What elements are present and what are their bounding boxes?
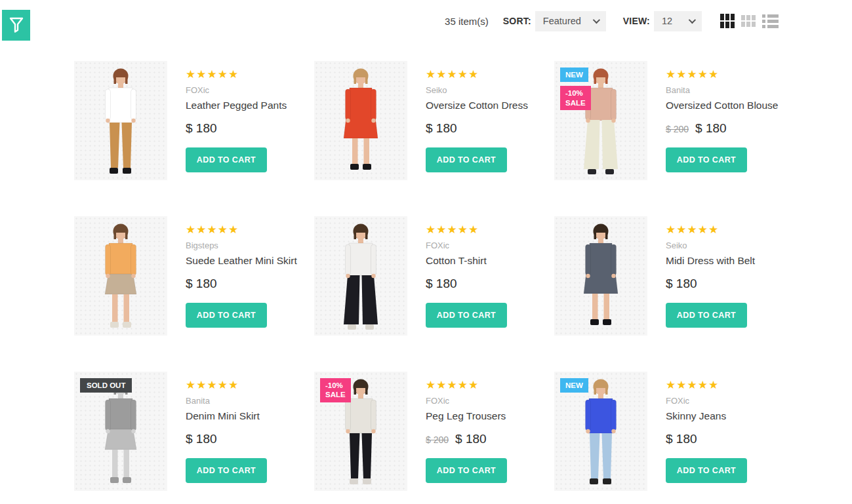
product-brand: Banita (186, 396, 314, 406)
product-title[interactable]: Suede Leather Mini Skirt (186, 255, 314, 267)
product-title[interactable]: Midi Dress with Belt (666, 255, 794, 267)
add-to-cart-button[interactable]: ADD TO CART (426, 458, 507, 483)
product-title[interactable]: Cotton T-shirt (426, 255, 554, 267)
rating-stars: ★★★★★ (186, 69, 314, 80)
grid-small-icon[interactable] (741, 15, 756, 27)
product-image[interactable]: -10%SALE (314, 372, 407, 491)
product-price: $ 180 (455, 432, 487, 446)
product-price: $ 180 (186, 121, 217, 136)
add-to-cart-button[interactable]: ADD TO CART (666, 303, 747, 328)
product-image[interactable] (314, 216, 407, 336)
product-image[interactable] (554, 216, 647, 336)
badge-stack: SOLD OUT (80, 378, 132, 397)
grid-large-icon[interactable] (720, 14, 735, 28)
view-mode-switcher (720, 14, 779, 28)
list-view-icon[interactable] (762, 14, 779, 28)
rating-stars: ★★★★★ (186, 379, 314, 391)
add-to-cart-button[interactable]: ADD TO CART (186, 147, 267, 172)
product-brand: FOXic (666, 396, 794, 406)
product-brand: Seiko (666, 241, 794, 250)
product-photo-figure (314, 61, 407, 180)
product-image[interactable] (74, 216, 167, 336)
add-to-cart-button[interactable]: ADD TO CART (666, 147, 747, 172)
product-title[interactable]: Oversized Cotton Blouse (666, 100, 794, 111)
product-image[interactable]: NEW-10%SALE (554, 61, 647, 180)
price-row: $ 180 (426, 277, 554, 291)
rating-stars: ★★★★★ (426, 69, 554, 80)
product-info: ★★★★★ Banita Oversized Cotton Blouse $ 2… (666, 61, 794, 180)
product-brand: FOXic (426, 396, 554, 406)
product-price: $ 180 (426, 121, 457, 136)
product-title[interactable]: Oversize Cotton Dress (426, 100, 554, 111)
product-info: ★★★★★ Banita Denim Mini Skirt $ 180 ADD … (186, 372, 314, 491)
product-info: ★★★★★ FOXic Cotton T-shirt $ 180 ADD TO … (426, 216, 554, 336)
add-to-cart-button[interactable]: ADD TO CART (186, 303, 267, 328)
product-price: $ 180 (695, 121, 727, 136)
view-count-dropdown-value: 12 (662, 16, 672, 26)
price-row: $ 200 $ 180 (426, 432, 554, 446)
price-row: $ 180 (426, 121, 554, 136)
price-row: $ 180 (666, 277, 794, 291)
badge-stack: -10%SALE (320, 378, 351, 406)
product-image[interactable] (314, 61, 407, 180)
rating-stars: ★★★★★ (426, 379, 554, 391)
chevron-down-icon (593, 16, 600, 24)
add-to-cart-button[interactable]: ADD TO CART (186, 458, 267, 483)
product-brand: Seiko (426, 85, 554, 95)
product-card: NEW ★★★★★ FOXic Skinny Jeans $ 180 ADD T… (554, 372, 794, 491)
product-info: ★★★★★ Bigsteps Suede Leather Mini Skirt … (186, 216, 314, 336)
product-card: ★★★★★ FOXic Cotton T-shirt $ 180 ADD TO … (314, 216, 554, 336)
product-card: NEW-10%SALE ★★★★★ Banita Oversized Cotto… (554, 61, 794, 180)
add-to-cart-button[interactable]: ADD TO CART (666, 458, 747, 483)
soldout-badge: SOLD OUT (80, 378, 132, 393)
product-price: $ 180 (186, 277, 217, 291)
product-price: $ 180 (426, 277, 457, 291)
product-title[interactable]: Skinny Jeans (666, 410, 794, 422)
rating-stars: ★★★★★ (666, 224, 794, 235)
product-photo-figure (74, 61, 167, 180)
product-price: $ 180 (666, 277, 697, 291)
product-old-price: $ 200 (426, 435, 449, 445)
product-price: $ 180 (666, 432, 697, 446)
product-image[interactable] (74, 61, 167, 180)
badge-stack: NEW-10%SALE (560, 68, 591, 114)
sale-badge: -10%SALE (320, 378, 351, 402)
price-row: $ 180 (186, 277, 314, 291)
product-photo-figure (74, 216, 167, 336)
add-to-cart-button[interactable]: ADD TO CART (426, 303, 507, 328)
funnel-icon (8, 15, 25, 35)
product-photo-figure (554, 216, 647, 336)
rating-stars: ★★★★★ (666, 69, 794, 80)
product-card: ★★★★★ Seiko Oversize Cotton Dress $ 180 … (314, 61, 554, 180)
item-count: 35 item(s) (445, 16, 489, 27)
new-badge: NEW (560, 68, 588, 82)
product-image[interactable]: NEW (554, 372, 647, 491)
filter-button[interactable] (2, 10, 30, 41)
product-card: ★★★★★ FOXic Leather Pegged Pants $ 180 A… (74, 61, 314, 180)
product-info: ★★★★★ FOXic Leather Pegged Pants $ 180 A… (186, 61, 314, 180)
product-grid: ★★★★★ FOXic Leather Pegged Pants $ 180 A… (74, 61, 794, 491)
add-to-cart-button[interactable]: ADD TO CART (426, 147, 507, 172)
new-badge: NEW (560, 378, 588, 393)
view-count-dropdown[interactable]: 12 (654, 11, 702, 31)
product-image[interactable]: SOLD OUT (74, 372, 167, 491)
rating-stars: ★★★★★ (186, 224, 314, 235)
product-info: ★★★★★ Seiko Midi Dress with Belt $ 180 A… (666, 216, 794, 336)
listing-toolbar: 35 item(s) SORT: Featured VIEW: 12 (445, 10, 779, 31)
rating-stars: ★★★★★ (426, 224, 554, 235)
sort-label: SORT: (503, 16, 531, 26)
product-info: ★★★★★ Seiko Oversize Cotton Dress $ 180 … (426, 61, 554, 180)
sort-dropdown-value: Featured (543, 16, 581, 26)
product-info: ★★★★★ FOXic Peg Leg Trousers $ 200 $ 180… (426, 372, 554, 491)
badge-stack: NEW (560, 378, 588, 397)
product-photo-figure (314, 216, 407, 336)
sort-dropdown[interactable]: Featured (535, 11, 606, 31)
product-card: SOLD OUT ★★★★★ Banita Denim Mini Skirt $… (74, 372, 314, 491)
product-title[interactable]: Denim Mini Skirt (186, 410, 314, 422)
price-row: $ 180 (666, 432, 794, 446)
product-title[interactable]: Peg Leg Trousers (426, 410, 554, 422)
price-row: $ 200 $ 180 (666, 121, 794, 136)
chevron-down-icon (689, 16, 696, 24)
product-brand: FOXic (426, 241, 554, 250)
product-title[interactable]: Leather Pegged Pants (186, 100, 314, 111)
